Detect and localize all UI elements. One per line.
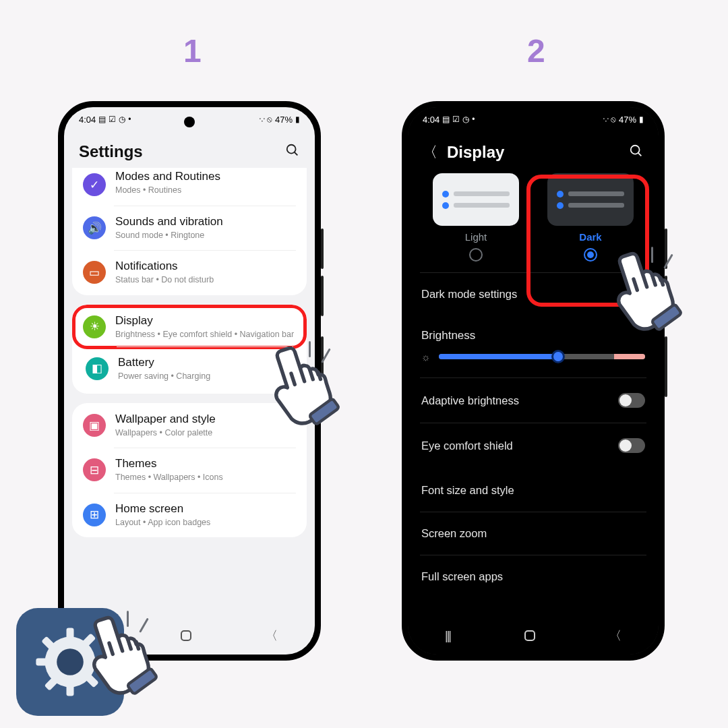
light-radio[interactable] (469, 248, 483, 262)
step-number-2: 2 (527, 32, 545, 69)
row-modes-routines[interactable]: ✓ Modes and Routines Modes • Routines (72, 168, 307, 206)
settings-card-2: ☀ Display Brightness • Eye comfort shiel… (72, 305, 307, 394)
eye-comfort-toggle[interactable] (618, 438, 645, 453)
clock-icon: ◷ (119, 115, 125, 124)
header: Settings (64, 131, 315, 168)
row-display[interactable]: ☀ Display Brightness • Eye comfort shiel… (72, 305, 307, 349)
nav-back[interactable]: 〈 (266, 628, 278, 644)
modes-icon: ✓ (83, 173, 106, 196)
brightness-label: Brightness (420, 322, 646, 346)
svg-point-0 (287, 144, 296, 153)
row-sounds[interactable]: 🔊 Sounds and vibration Sound mode • Ring… (72, 206, 307, 250)
phone-frame-1: 4:04 ▤ ☑ ◷ • ⸪ ⦸ 47% ▮ Settings ✓ (58, 101, 321, 661)
svg-line-3 (638, 152, 642, 156)
adaptive-toggle[interactable] (618, 393, 645, 408)
nav-back[interactable]: 〈 (609, 628, 621, 644)
svg-rect-5 (67, 628, 74, 641)
wallpaper-icon: ▣ (83, 414, 106, 437)
svg-rect-8 (91, 659, 104, 666)
status-time: 4:04 (79, 115, 96, 125)
search-icon[interactable] (285, 143, 300, 161)
phone-frame-2: 4:04 ▤ ☑ ◷ • ⸪ ⦸ 47% ▮ 〈 Display (402, 101, 665, 661)
theme-light-option[interactable]: Light (429, 173, 523, 262)
row-notifications[interactable]: ▭ Notifications Status bar • Do not dist… (72, 250, 307, 295)
sound-icon: 🔊 (83, 216, 106, 239)
eye-comfort-row[interactable]: Eye comfort shield (420, 429, 646, 462)
svg-point-2 (631, 145, 640, 154)
camera-notch (184, 117, 195, 127)
svg-rect-6 (67, 683, 74, 696)
camera-notch (528, 117, 539, 127)
page-title: Settings (79, 142, 143, 161)
back-icon[interactable]: 〈 (423, 142, 437, 162)
wifi-icon: ⸪ (260, 115, 264, 124)
battery-setting-icon: ◧ (86, 357, 109, 380)
status-time: 4:04 (423, 115, 439, 125)
row-battery[interactable]: ◧ Battery Power saving • Charging (75, 346, 304, 391)
light-thumb (433, 173, 519, 226)
highlight-dark-option (526, 175, 649, 307)
image-icon: ▤ (98, 115, 106, 124)
svg-point-13 (57, 648, 84, 675)
row-themes[interactable]: ⊟ Themes Themes • Wallpapers • Icons (72, 448, 307, 492)
header: 〈 Display (408, 131, 659, 169)
settings-card-1: ✓ Modes and Routines Modes • Routines 🔊 … (72, 168, 307, 295)
step-number-1: 1 (183, 32, 202, 69)
svg-line-1 (295, 152, 298, 155)
sun-icon: ☼ (421, 351, 431, 363)
homescreen-icon: ⊞ (83, 504, 106, 526)
row-title: Modes and Routines (115, 170, 296, 183)
adaptive-brightness-row[interactable]: Adaptive brightness (420, 384, 646, 417)
no-data-icon: ⦸ (267, 115, 272, 124)
svg-rect-7 (36, 659, 49, 666)
battery-pct: 47% (275, 115, 293, 125)
display-icon: ☀ (83, 315, 106, 338)
settings-card-3: ▣ Wallpaper and style Wallpapers • Color… (72, 403, 307, 537)
screen-zoom-row[interactable]: Screen zoom (420, 518, 646, 549)
notification-icon: ▭ (83, 261, 106, 284)
row-sub: Modes • Routines (115, 185, 296, 195)
page-title: Display (447, 143, 504, 162)
check-icon: ☑ (109, 115, 116, 124)
nav-home[interactable] (181, 630, 191, 641)
battery-icon: ▮ (295, 115, 300, 124)
full-screen-apps-row[interactable]: Full screen apps (420, 561, 646, 593)
settings-app-icon (16, 608, 124, 716)
row-wallpaper[interactable]: ▣ Wallpaper and style Wallpapers • Color… (72, 403, 307, 448)
battery-pct: 47% (619, 115, 636, 125)
search-icon[interactable] (629, 144, 644, 162)
nav-bar: ||| 〈 (408, 624, 659, 648)
light-label: Light (465, 231, 487, 243)
nav-home[interactable] (524, 630, 535, 641)
brightness-slider[interactable]: ☼ (420, 346, 646, 372)
themes-icon: ⊟ (83, 458, 106, 481)
row-homescreen[interactable]: ⊞ Home screen Layout • App icon badges (72, 493, 307, 537)
font-size-row[interactable]: Font size and style (420, 475, 646, 506)
nav-recent[interactable]: ||| (445, 629, 450, 643)
